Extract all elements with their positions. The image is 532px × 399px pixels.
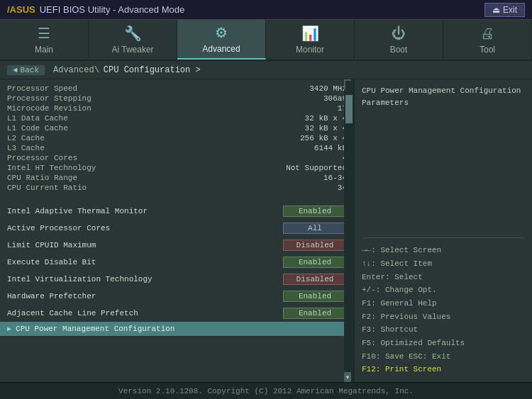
exit-button[interactable]: ⏏ Exit [484, 3, 525, 17]
tab-monitor-label: Monitor [296, 45, 324, 55]
keys-section: →←: Select Screen ↑↓: Select Item Enter:… [362, 237, 525, 376]
badge-limit-cpuid[interactable]: Disabled [283, 240, 347, 251]
advanced-icon: ⚙ [215, 24, 228, 41]
right-panel: CPU Power Management Configuration Param… [355, 79, 532, 382]
tabbar: ☰ Main 🔧 Ai Tweaker ⚙ Advanced 📊 Monitor… [0, 20, 532, 61]
setting-limit-cpuid[interactable]: Limit CPUID Maximum Disabled [0, 237, 354, 254]
statusbar-text: Version 2.10.1208. Copyright (C) 2012 Am… [118, 387, 414, 395]
badge-hw-prefetcher[interactable]: Enabled [283, 291, 347, 302]
key-f12: F12: Print Screen [362, 363, 525, 376]
info-row-ht: Intel HT Technology Not Supported [7, 163, 347, 173]
info-row-l1-code: L1 Code Cache 32 kB x 4 [7, 123, 347, 133]
ai-tweaker-icon: 🔧 [124, 25, 142, 42]
help-text: CPU Power Management Configuration Param… [362, 85, 525, 108]
info-row-current-ratio: CPU Current Ratio 34 [7, 183, 347, 193]
tab-main-label: Main [35, 45, 53, 55]
info-row-l1-data: L1 Data Cache 32 kB x 4 [7, 113, 347, 123]
asus-logo: /ASUS [7, 4, 35, 15]
monitor-icon: 📊 [301, 25, 319, 42]
tab-tool[interactable]: 🖨 Tool [443, 20, 532, 60]
submenu-arrow-icon: ▶ [7, 325, 11, 333]
tab-ai-tweaker[interactable]: 🔧 Ai Tweaker [89, 20, 177, 60]
key-f10: F10: Save ESC: Exit [362, 350, 525, 364]
key-enter: Enter: Select [362, 271, 525, 284]
badge-active-cores[interactable]: All [283, 223, 347, 234]
breadcrumb-current: CPU Configuration > [104, 65, 201, 75]
info-row-microcode: Microcode Revision 17 [7, 103, 347, 113]
exit-icon: ⏏ [492, 5, 500, 15]
left-panel: Processor Speed 3420 MHz Processor Stepp… [0, 79, 355, 382]
cpu-info-section: Processor Speed 3420 MHz Processor Stepp… [0, 79, 354, 197]
key-f5: F5: Optimized Defaults [362, 337, 525, 350]
scrollbar-thumb[interactable] [345, 95, 353, 123]
submenu-cpu-power[interactable]: ▶ CPU Power Management Configuration [0, 322, 354, 336]
tab-ai-tweaker-label: Ai Tweaker [111, 45, 153, 55]
header-left: /ASUS UEFI BIOS Utility - Advanced Mode [7, 4, 184, 15]
key-f3: F3: Shortcut [362, 323, 525, 337]
tab-boot[interactable]: ⏻ Boot [355, 20, 443, 60]
key-f1: F1: General Help [362, 297, 525, 310]
scrollbar-track [345, 81, 353, 382]
key-f2: F2: Previous Values [362, 310, 525, 324]
badge-thermal[interactable]: Enabled [283, 206, 347, 217]
tab-monitor[interactable]: 📊 Monitor [266, 20, 355, 60]
info-row-processor-cores: Processor Cores 4 [7, 153, 347, 163]
back-button[interactable]: ◄ Back [7, 65, 45, 75]
setting-thermal-monitor[interactable]: Intel Adaptive Thermal Monitor Enabled [0, 203, 354, 220]
key-select-item: ↑↓: Select Item [362, 257, 525, 271]
statusbar: Version 2.10.1208. Copyright (C) 2012 Am… [0, 382, 532, 399]
setting-hw-prefetcher[interactable]: Hardware Prefetcher Enabled [0, 288, 354, 305]
key-change-opt: +/-: Change Opt. [362, 283, 525, 297]
badge-execute-disable[interactable]: Enabled [283, 257, 347, 268]
tab-advanced-label: Advanced [202, 44, 240, 54]
main-content: Processor Speed 3420 MHz Processor Stepp… [0, 79, 532, 382]
badge-virtualization[interactable]: Disabled [283, 274, 347, 285]
tab-boot-label: Boot [390, 45, 408, 55]
scrollbar[interactable]: ▲ ▼ [344, 79, 354, 382]
setting-active-cores[interactable]: Active Processor Cores All [0, 220, 354, 237]
back-arrow-icon: ◄ [13, 66, 18, 74]
info-row-l2: L2 Cache 256 kB x 4 [7, 133, 347, 143]
header-title: UEFI BIOS Utility - Advanced Mode [40, 4, 184, 15]
tab-main[interactable]: ☰ Main [0, 20, 89, 60]
breadcrumb: ◄ Back Advanced\ CPU Configuration > [0, 61, 532, 79]
badge-adjacent-cache[interactable]: Enabled [283, 308, 347, 319]
key-select-screen: →←: Select Screen [362, 244, 525, 257]
divider [0, 197, 354, 203]
setting-execute-disable[interactable]: Execute Disable Bit Enabled [0, 254, 354, 271]
info-row-processor-speed: Processor Speed 3420 MHz [7, 84, 347, 94]
scroll-down-button[interactable]: ▼ [344, 372, 351, 382]
tool-icon: 🖨 [480, 26, 494, 42]
main-icon: ☰ [38, 25, 50, 42]
info-row-ratio-range: CPU Ratio Range 16-34 [7, 173, 347, 183]
tab-tool-label: Tool [480, 45, 495, 55]
boot-icon: ⏻ [392, 26, 406, 42]
info-row-l3: L3 Cache 6144 kB [7, 143, 347, 153]
info-row-processor-stepping: Processor Stepping 306a9 [7, 94, 347, 103]
setting-adjacent-cache[interactable]: Adjacent Cache Line Prefetch Enabled [0, 305, 354, 322]
tab-advanced[interactable]: ⚙ Advanced [177, 20, 266, 60]
submenu-label: CPU Power Management Configuration [16, 325, 174, 333]
setting-virtualization[interactable]: Intel Virtualization Technology Disabled [0, 271, 354, 288]
breadcrumb-path[interactable]: Advanced\ [53, 65, 99, 75]
header: /ASUS UEFI BIOS Utility - Advanced Mode … [0, 0, 532, 20]
